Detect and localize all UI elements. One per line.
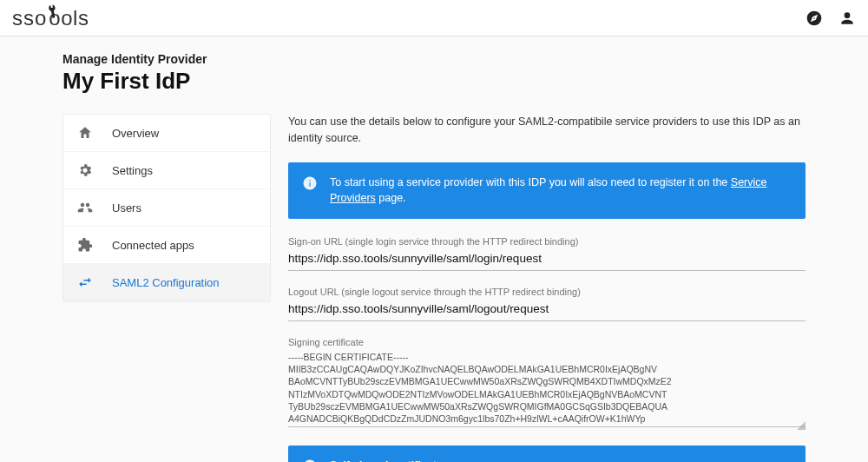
sidebar-item-label: Overview: [112, 127, 159, 140]
logout-label: Logout URL (single logout service throug…: [288, 287, 806, 297]
breadcrumb: Manage Identity Provider: [62, 52, 806, 66]
logout-field: Logout URL (single logout service throug…: [288, 287, 806, 321]
cert-textarea[interactable]: [288, 349, 806, 427]
account-icon[interactable]: [838, 10, 856, 27]
sidebar-item-connected-apps[interactable]: Connected apps: [63, 227, 270, 264]
users-icon: [77, 200, 93, 215]
sidebar-item-users[interactable]: Users: [63, 189, 270, 227]
sidebar-item-saml2-config[interactable]: SAML2 Configuration: [63, 264, 270, 300]
swap-icon: [77, 274, 93, 290]
container: Manage Identity Provider My First IdP Ov…: [52, 36, 816, 462]
sidebar-item-label: Users: [112, 201, 141, 214]
page-title: My First IdP: [62, 68, 806, 95]
home-icon: [77, 125, 93, 141]
topbar-right: [806, 10, 856, 27]
resize-handle-icon: [797, 421, 806, 430]
banner-header: Self-signed certificates: [330, 458, 792, 462]
info-icon: [302, 459, 318, 462]
sidebar-item-settings[interactable]: Settings: [63, 152, 270, 189]
self-signed-banner: Self-signed certificates Please note tha…: [288, 446, 806, 462]
signon-input[interactable]: [288, 248, 806, 271]
intro-text: You can use the details below to configu…: [288, 114, 806, 147]
register-sp-banner: To start using a service provider with t…: [288, 162, 806, 220]
brand-tools-text: ools: [49, 6, 89, 30]
sidebar-item-label: Settings: [112, 164, 153, 177]
sidebar-item-overview[interactable]: Overview: [63, 115, 270, 152]
sidebar: Overview Settings Users Connected apps: [62, 114, 271, 301]
brand-logo[interactable]: sso ools: [12, 6, 89, 30]
topbar: sso ools: [0, 0, 868, 36]
extension-icon: [77, 237, 93, 253]
sidebar-item-label: SAML2 Configuration: [112, 276, 220, 289]
banner-text: To start using a service provider with t…: [330, 175, 792, 208]
main-content: You can use the details below to configu…: [288, 114, 806, 462]
gear-icon: [77, 162, 93, 178]
explore-icon[interactable]: [806, 10, 823, 27]
info-icon: [302, 175, 318, 191]
cert-label: Signing certificate: [288, 337, 806, 347]
signon-label: Sign-on URL (single login service throug…: [288, 236, 806, 247]
cert-field: Signing certificate: [288, 337, 806, 430]
signon-field: Sign-on URL (single login service throug…: [288, 236, 806, 271]
logout-input[interactable]: [288, 299, 806, 321]
layout: Overview Settings Users Connected apps: [62, 114, 806, 462]
banner-body: Self-signed certificates Please note tha…: [330, 458, 792, 462]
sidebar-item-label: Connected apps: [112, 239, 194, 252]
